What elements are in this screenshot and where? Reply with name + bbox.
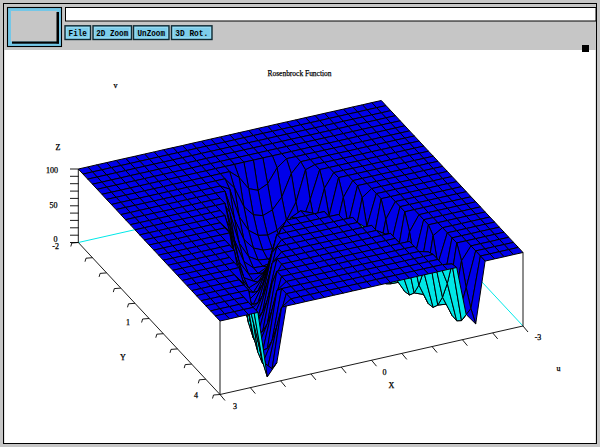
- svg-text:1: 1: [126, 318, 130, 327]
- svg-text:100: 100: [46, 166, 58, 175]
- svg-text:u: u: [557, 364, 561, 373]
- svg-text:X: X: [389, 381, 395, 390]
- svg-text:3: 3: [233, 402, 237, 411]
- svg-text:3D Rot.: 3D Rot.: [175, 29, 208, 39]
- svg-text:-3: -3: [535, 333, 542, 342]
- svg-text:50: 50: [50, 201, 58, 210]
- svg-text:-2: -2: [52, 242, 59, 251]
- svg-text:2D Zoom: 2D Zoom: [96, 29, 129, 39]
- svg-text:0: 0: [383, 368, 387, 377]
- svg-text:Y: Y: [120, 353, 126, 362]
- svg-text:Z: Z: [56, 143, 61, 152]
- svg-text:v: v: [114, 81, 118, 90]
- svg-text:4: 4: [194, 391, 198, 400]
- svg-text:Rosenbrock Function: Rosenbrock Function: [268, 68, 332, 78]
- svg-text:UnZoom: UnZoom: [138, 29, 166, 39]
- svg-text:File: File: [69, 29, 87, 39]
